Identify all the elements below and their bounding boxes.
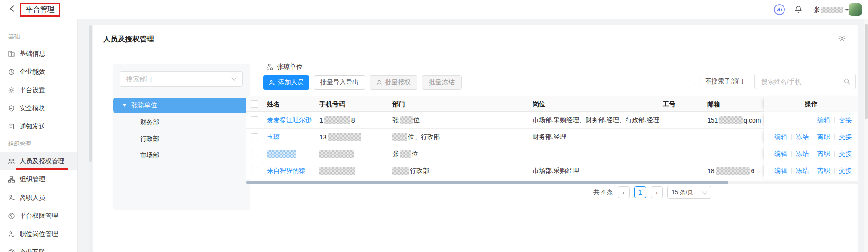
caret-down-icon (845, 9, 849, 11)
action-link[interactable]: 交接 (839, 167, 852, 175)
cell-text: 市场部.采购经理、财务部.经理、行政部.经理 (533, 116, 659, 124)
chevron-down-icon (231, 75, 236, 80)
sidebar-item-pie[interactable]: 企业能效 (0, 63, 77, 81)
horizontal-scrollbar-thumb[interactable] (246, 181, 728, 184)
cell-text: 151 (707, 117, 718, 124)
row-checkbox[interactable] (251, 116, 258, 123)
action-link[interactable]: 离职 (817, 167, 830, 175)
row-checkbox[interactable] (251, 167, 258, 174)
redacted-text (324, 116, 350, 124)
action-separator (834, 117, 835, 123)
no-subdept-checkbox[interactable] (694, 78, 701, 85)
person-name-link[interactable]: 麦麦提江吐尔逊 (267, 116, 312, 124)
sidebar-item-shield[interactable]: 安全模块 (0, 99, 77, 118)
cell-email: 186 (707, 162, 766, 179)
pagination-next-button[interactable]: › (651, 186, 663, 198)
redacted-text (400, 150, 411, 158)
table-row: 张位编辑冻结离职交接 (246, 145, 858, 162)
column-header: 岗位 (533, 96, 545, 112)
action-link[interactable]: 冻结 (796, 133, 809, 141)
redacted-text (392, 167, 409, 175)
avatar[interactable] (849, 3, 862, 16)
cell-phone (319, 145, 365, 162)
batch-import-export-button[interactable]: 批量导入导出 (314, 75, 365, 90)
sidebar-item-notice[interactable]: 通知发送 (0, 118, 77, 136)
action-link[interactable]: 交接 (839, 116, 852, 124)
add-person-button[interactable]: 添加人员 (263, 75, 309, 90)
sidebar-item-gear[interactable]: 平台设置 (0, 81, 77, 99)
table-settings-gear-icon[interactable] (838, 35, 846, 43)
page-title: 人员及授权管理 (103, 35, 154, 44)
pagination-prev-button[interactable]: ‹ (618, 186, 630, 198)
person-name-link[interactable]: 玉琼 (267, 133, 280, 141)
user-menu[interactable]: 张 (813, 6, 849, 14)
name-phone-search-input[interactable] (760, 74, 840, 89)
action-separator (791, 168, 792, 174)
name-phone-search[interactable] (754, 74, 856, 89)
cell-email (707, 145, 766, 162)
action-link[interactable]: 离职 (817, 150, 830, 158)
sidebar-item-building[interactable]: 基础信息 (0, 45, 77, 63)
tree-node-root-label: 张琼单位 (131, 101, 157, 109)
cell-text: 位、行政部 (408, 133, 440, 141)
notification-bell-icon[interactable] (794, 5, 803, 14)
action-link[interactable]: 冻结 (796, 150, 809, 158)
cell-text: 位 (412, 150, 418, 158)
sidebar-item-label: 人员及授权管理 (20, 157, 64, 165)
no-subdept-filter: 不搜索子部门 (694, 77, 743, 86)
department-search-select[interactable] (120, 71, 243, 87)
batch-authorize-label: 批量授权 (385, 78, 411, 87)
person-name-link[interactable]: 来自猩猩的猿 (267, 167, 305, 175)
tree-node-root[interactable]: 张琼单位 (113, 98, 250, 113)
tree-node-child[interactable]: 市场部 (140, 149, 213, 160)
action-link[interactable]: 编辑 (774, 150, 787, 158)
redacted-text (719, 116, 743, 124)
sidebar-item-link[interactable]: 企业互联 (0, 243, 77, 252)
ai-assistant-icon[interactable]: Ai (774, 4, 785, 15)
sidebar-item-position[interactable]: 职位岗位管理 (0, 225, 77, 243)
action-separator (813, 168, 813, 174)
cell-phone: 18 (319, 112, 365, 129)
column-header: 部门 (392, 96, 405, 112)
tree-expand-caret-icon[interactable] (122, 104, 127, 107)
content-scrollbar-thumb[interactable] (89, 25, 92, 162)
action-link[interactable]: 编辑 (817, 116, 830, 124)
tree-node-child[interactable]: 行政部 (140, 133, 213, 144)
topbar-divider (808, 5, 808, 14)
sidebar-item-person-leave[interactable]: 离职人员 (0, 189, 77, 207)
select-all-checkbox[interactable] (251, 100, 258, 108)
sidebar-item-permission[interactable]: 平台权限管理 (0, 207, 77, 225)
action-link[interactable]: 交接 (839, 133, 852, 141)
back-icon[interactable] (10, 5, 16, 12)
cell-text: 财务部.经理 (533, 133, 566, 141)
pagination: 共 4 条 ‹ 1 › 15 条/页 (593, 186, 711, 199)
action-link[interactable]: 交接 (839, 150, 852, 158)
pagination-page-1[interactable]: 1 (634, 186, 646, 198)
action-link[interactable]: 冻结 (796, 167, 809, 175)
batch-freeze-label: 批量冻结 (429, 78, 455, 87)
action-link[interactable]: 编辑 (774, 167, 787, 175)
batch-authorize-button[interactable]: 批量授权 (370, 75, 417, 90)
tree-node-child[interactable]: 财务部 (140, 117, 213, 128)
sidebar-item-org[interactable]: 组织管理 (0, 170, 77, 189)
cell-dept: 行政部 (392, 162, 525, 179)
cell-text: 市场部.采购经理 (533, 167, 579, 175)
column-header: 工号 (663, 96, 675, 112)
action-link[interactable]: 离职 (817, 133, 830, 141)
row-checkbox[interactable] (251, 150, 258, 157)
department-search-input[interactable] (125, 72, 226, 86)
row-checkbox[interactable] (251, 133, 258, 140)
table-row: 来自猩猩的猿行政部市场部.采购经理186编辑冻结离职交接 (246, 162, 858, 179)
cell-name (267, 145, 317, 162)
sidebar-item-people[interactable]: 人员及授权管理 (0, 152, 77, 170)
batch-freeze-button[interactable]: 批量冻结 (422, 75, 462, 90)
cell-text: 18 (707, 167, 715, 175)
action-link[interactable]: 编辑 (774, 133, 787, 141)
page-size-select[interactable]: 15 条/页 (667, 186, 711, 199)
current-unit-label: 张琼单位 (277, 63, 303, 71)
sidebar-item-label: 基础信息 (20, 50, 45, 58)
column-header: 邮箱 (707, 96, 720, 112)
pie-icon (8, 68, 15, 76)
window-scrollbar-thumb[interactable] (865, 24, 868, 119)
notice-icon (8, 123, 15, 130)
